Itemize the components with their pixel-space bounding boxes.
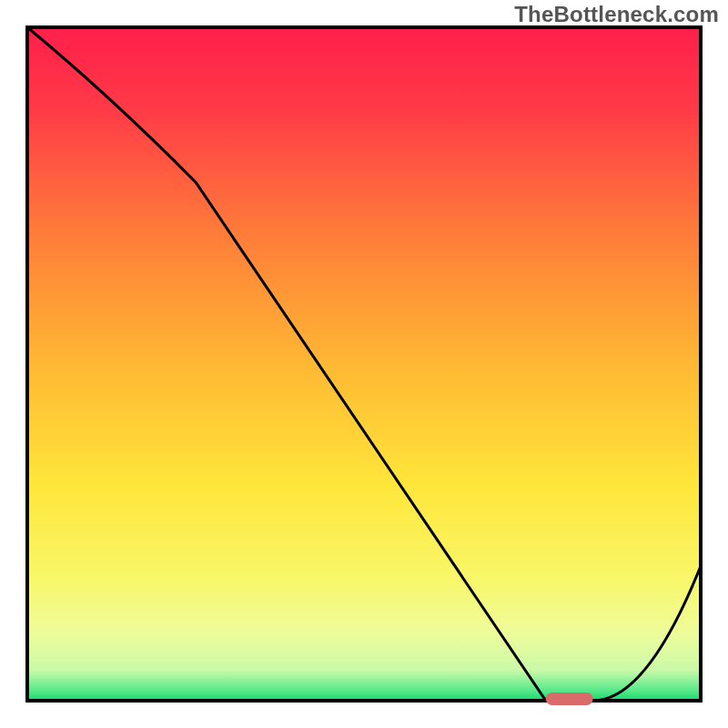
watermark-text: TheBottleneck.com [514, 2, 719, 27]
optimal-zone-marker [546, 693, 593, 705]
bottleneck-chart [0, 0, 728, 728]
plot-area [27, 27, 701, 701]
chart-container: TheBottleneck.com [0, 0, 728, 728]
